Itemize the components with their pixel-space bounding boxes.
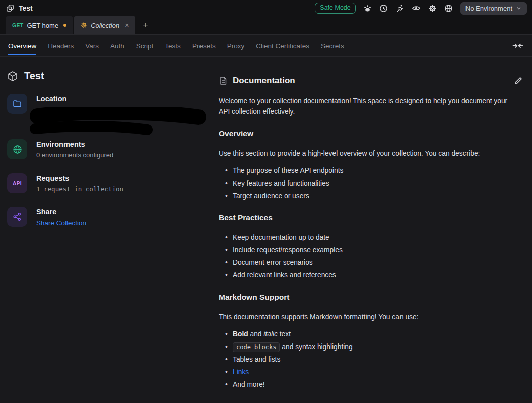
tab-strip: GET GET home Collection × + (0, 16, 532, 35)
list-item: Include request/response examples (225, 245, 517, 255)
doc-heading-overview: Overview (219, 129, 517, 138)
collection-title-row: Test (7, 70, 212, 82)
doc-heading-markdown-support: Markdown Support (219, 293, 517, 302)
topbar: Test Safe Mode (0, 0, 532, 16)
bold-sample: Bold (233, 330, 248, 338)
nav-tab-secrets[interactable]: Secrets (321, 36, 344, 55)
globe-icon[interactable] (444, 4, 453, 13)
plain-text: text (278, 330, 291, 338)
links-link[interactable]: Links (233, 368, 249, 376)
collection-name: Test (24, 70, 44, 82)
list-item: Links (225, 367, 517, 377)
documentation-title: Documentation (233, 76, 295, 86)
api-icon: API (7, 173, 27, 193)
share-title: Share (36, 208, 86, 216)
doc-overview-list: The purpose of these API endpoints Key f… (219, 166, 517, 201)
app-title-group: Test (6, 4, 33, 12)
collection-gear-icon (80, 22, 87, 29)
tab-collection[interactable]: Collection × (74, 16, 135, 34)
nav-tab-auth[interactable]: Auth (110, 36, 124, 55)
doc-best-practices-list: Keep documentation up to date Include re… (219, 233, 517, 280)
edit-pencil-icon[interactable] (514, 76, 523, 85)
environments-title: Environments (36, 140, 113, 148)
close-tab-icon[interactable]: × (125, 21, 129, 29)
list-item: Document error scenarios (225, 258, 517, 268)
collection-summary-panel: Test Location Environments (0, 57, 212, 403)
documentation-header: Documentation (219, 76, 523, 86)
chevron-down-icon (516, 5, 522, 11)
list-item: Keep documentation up to date (225, 233, 517, 243)
list-item: The purpose of these API endpoints (225, 166, 517, 176)
collection-settings-nav: Overview Headers Vars Auth Script Tests … (0, 35, 532, 57)
tab-request-get-home[interactable]: GET GET home (6, 16, 73, 34)
list-item: Tables and lists (225, 355, 517, 365)
nav-tab-vars[interactable]: Vars (85, 36, 99, 55)
documentation-body: Welcome to your collection documentation… (219, 96, 517, 390)
requests-title: Requests (36, 174, 123, 182)
doc-markdown-lead: This documentation supports Markdown for… (219, 312, 517, 322)
plain-text: and (248, 330, 264, 338)
environments-count: 0 environments configured (36, 151, 113, 159)
share-collection-link[interactable]: Share Collection (36, 219, 86, 227)
list-item: Key features and functionalities (225, 179, 517, 189)
list-item: And more! (225, 380, 517, 390)
nav-tab-client-certificates[interactable]: Client Certificates (256, 36, 309, 55)
collection-box-icon (7, 71, 18, 82)
workspace-title: Test (19, 4, 33, 12)
app-logo-icon (6, 4, 14, 12)
nav-tab-headers[interactable]: Headers (48, 36, 74, 55)
plain-text: and syntax highlighting (280, 343, 352, 351)
runner-icon[interactable] (395, 4, 404, 13)
collection-tab-label: Collection (91, 22, 119, 29)
environment-selector[interactable]: No Environment (460, 2, 527, 15)
list-item: Bold and italic text (225, 329, 517, 339)
list-item: Target audience or users (225, 191, 517, 201)
doc-overview-lead: Use this section to provide a high-level… (219, 148, 517, 159)
nav-tab-presets[interactable]: Presets (192, 36, 216, 55)
nav-tab-proxy[interactable]: Proxy (227, 36, 245, 55)
request-tab-label: GET home (27, 22, 59, 29)
folder-icon (7, 94, 27, 114)
history-clock-icon[interactable] (379, 4, 388, 13)
gear-icon[interactable] (428, 4, 437, 13)
redacted-location-path (28, 107, 208, 138)
documentation-panel: Documentation Welcome to your collection… (212, 57, 532, 403)
list-item: Add relevant links and references (225, 270, 517, 280)
code-chip: code blocks (233, 342, 280, 352)
doc-heading-best-practices: Best Practices (219, 213, 517, 222)
nav-tab-overview[interactable]: Overview (8, 36, 36, 55)
doc-intro: Welcome to your collection documentation… (219, 96, 517, 117)
share-section: Share Share Collection (7, 207, 212, 227)
doc-markdown-list: Bold and italic text code blocks and syn… (219, 329, 517, 390)
environments-section: Environments 0 environments configured (7, 139, 212, 159)
italic-sample: italic (263, 330, 278, 338)
new-tab-button[interactable]: + (137, 16, 154, 34)
main-content: Test Location Environments (0, 57, 532, 403)
location-title: Location (36, 95, 66, 103)
paw-icon[interactable] (363, 4, 372, 13)
share-nodes-icon (7, 207, 27, 227)
collapse-panel-icon[interactable] (512, 42, 524, 50)
nav-tab-script[interactable]: Script (136, 36, 154, 55)
eye-icon[interactable] (412, 4, 421, 13)
requests-count: 1 request in collection (36, 185, 123, 193)
nav-tab-tests[interactable]: Tests (165, 36, 181, 55)
request-method-badge: GET (12, 22, 24, 28)
safe-mode-badge: Safe Mode (315, 3, 355, 14)
list-item: code blocks and syntax highlighting (225, 342, 517, 352)
topbar-actions: Safe Mode (315, 2, 527, 15)
environment-selector-label: No Environment (466, 5, 512, 12)
environments-globe-icon (7, 139, 27, 159)
document-icon (219, 76, 228, 85)
unsaved-dot-icon (63, 24, 66, 27)
requests-section: API Requests 1 request in collection (7, 173, 212, 193)
